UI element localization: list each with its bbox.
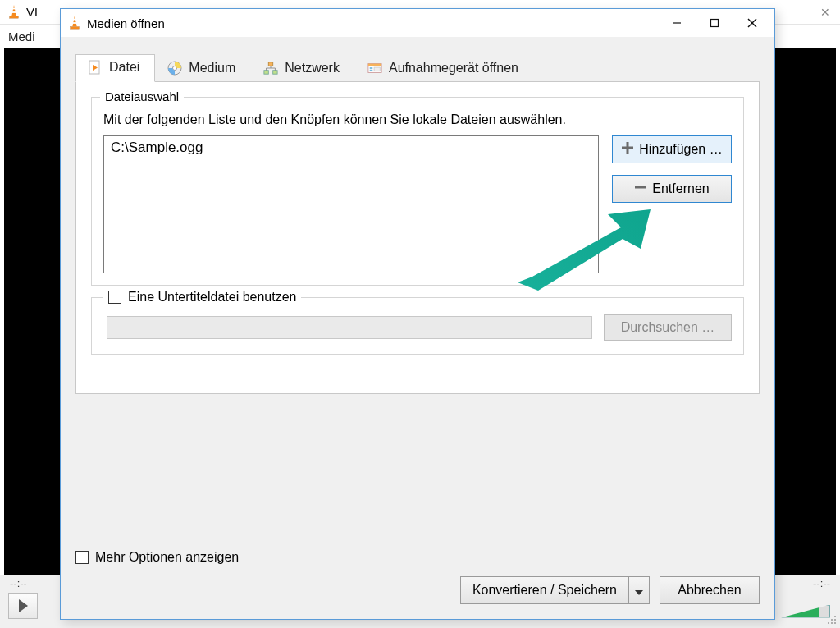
cancel-label: Abbrechen [678,583,741,598]
subtitle-checkbox-label: Eine Untertiteldatei benutzen [128,290,296,305]
plus-icon [621,141,634,158]
play-button[interactable] [8,593,38,619]
file-list-item[interactable]: C:\Sample.ogg [111,140,591,156]
disc-icon [167,61,182,76]
time-elapsed: --:-- [10,577,27,589]
dialog-bottom-bar: Mehr Optionen anzeigen Konvertieren / Sp… [75,550,760,604]
svg-rect-36 [622,147,633,149]
more-options-label: Mehr Optionen anzeigen [95,550,239,565]
more-options-checkbox[interactable] [75,551,89,564]
tab-disc[interactable]: Medium [155,54,251,82]
file-instruction-text: Mit der folgenden Liste und den Knöpfen … [103,112,732,127]
file-list[interactable]: C:\Sample.ogg [103,135,599,273]
tab-capture-label: Aufnahmegerät öffnen [389,61,518,76]
file-group-legend: Dateiauswahl [100,89,184,103]
tab-content-file: Dateiauswahl Mit der folgenden Liste und… [75,82,760,394]
remove-button-label: Entfernen [652,181,709,196]
main-close-icon[interactable]: ✕ [817,6,833,19]
svg-point-9 [831,619,833,621]
tab-network-label: Netzwerk [285,61,340,76]
svg-rect-25 [273,70,277,74]
convert-save-label: Konvertieren / Speichern [472,583,617,598]
subtitle-path-input [107,316,592,339]
svg-rect-33 [370,69,373,71]
svg-marker-0 [11,5,16,16]
svg-rect-14 [71,27,80,30]
svg-rect-31 [368,63,381,66]
svg-rect-3 [10,16,19,18]
svg-marker-38 [635,590,643,595]
svg-rect-32 [370,67,373,69]
play-icon [19,599,28,612]
vlc-cone-icon [67,15,82,31]
tab-capture[interactable]: Aufnahmegerät öffnen [355,54,534,82]
convert-save-dropdown[interactable] [628,576,650,604]
svg-point-22 [173,66,177,70]
close-button[interactable] [733,11,771,35]
chevron-down-icon [635,584,643,598]
convert-save-button[interactable]: Konvertieren / Speichern [460,576,650,604]
tab-file[interactable]: Datei [75,54,155,82]
svg-rect-16 [711,20,719,27]
main-window-title: VL [26,5,41,19]
cancel-button[interactable]: Abbrechen [660,576,760,604]
file-selection-group: Dateiauswahl Mit der folgenden Liste und… [91,97,744,286]
resize-grip-icon[interactable] [827,615,837,626]
svg-rect-34 [374,67,380,71]
subtitle-browse-button: Durchsuchen … [604,314,732,341]
svg-point-10 [834,616,836,617]
network-icon [263,61,278,76]
open-media-dialog: Medien öffnen Datei Medium [60,8,775,620]
svg-rect-1 [12,7,16,9]
tab-strip: Datei Medium Netzwerk Aufnahmegerät öffn… [75,53,760,82]
svg-rect-13 [72,22,76,24]
tab-file-label: Datei [109,60,139,75]
tab-disc-label: Medium [189,61,235,76]
subtitle-checkbox[interactable] [108,291,121,304]
svg-point-7 [834,619,836,621]
maximize-button[interactable] [696,11,733,35]
time-total: --:-- [813,577,830,589]
volume-slider[interactable] [781,605,830,618]
dialog-title: Medien öffnen [87,16,165,30]
subtitle-browse-label: Durchsuchen … [621,320,715,335]
file-icon [88,60,103,75]
svg-rect-24 [264,70,268,74]
add-button[interactable]: Hinzufügen … [612,135,732,163]
svg-rect-2 [11,11,16,13]
subtitle-group: Eine Untertiteldatei benutzen Durchsuche… [91,297,744,355]
menubar-text: Medi [8,30,35,44]
capture-icon [368,61,382,76]
svg-point-6 [831,622,833,624]
vlc-cone-icon [7,4,21,21]
minus-icon [634,181,647,197]
dialog-titlebar: Medien öffnen [61,9,774,37]
tab-network[interactable]: Netzwerk [251,54,355,82]
minimize-button[interactable] [658,11,696,35]
svg-rect-37 [635,186,646,189]
remove-button[interactable]: Entfernen [612,175,732,203]
add-button-label: Hinzufügen … [639,142,722,157]
svg-rect-23 [269,62,273,66]
svg-marker-11 [72,16,76,27]
svg-point-5 [834,622,836,624]
svg-rect-12 [73,19,76,21]
svg-point-8 [828,622,829,624]
